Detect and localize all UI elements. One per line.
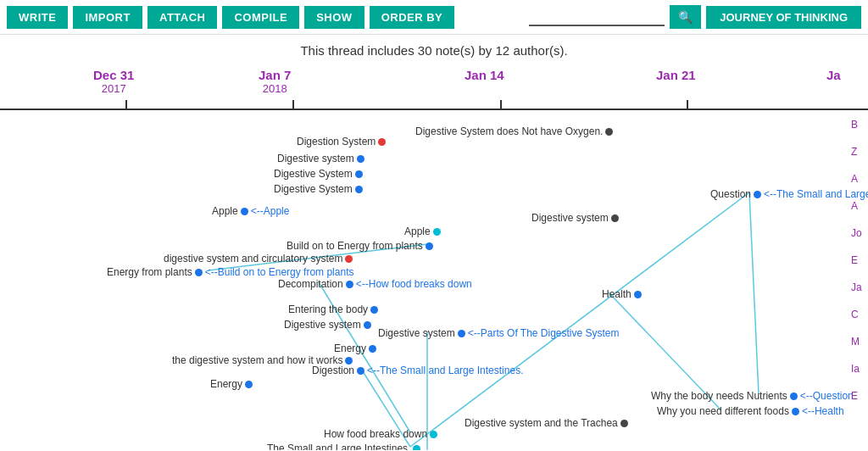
note-text: digestive system and circulatory system (164, 253, 342, 264)
note-link[interactable]: <--Build on to Energy from plants (205, 266, 354, 278)
note-dot (346, 281, 353, 288)
note-dot (433, 228, 441, 236)
note-item: Digestive System does Not have Oxygen. (415, 125, 613, 137)
sidebar-labels: B Z A A Jo E Ja C M Ia E (851, 110, 868, 402)
note-text: Digestive system (284, 319, 361, 331)
note-dot (364, 321, 371, 329)
note-text: Digestive system and the Trachea (465, 417, 618, 429)
note-item: digestive system and circulatory system (164, 253, 353, 264)
note-dot (634, 291, 642, 298)
note-dot (245, 381, 253, 388)
note-text: Digestive system (378, 327, 455, 339)
note-text: Digestive System (274, 168, 353, 180)
note-dot (345, 255, 353, 263)
note-dot (370, 306, 378, 314)
note-item: Digestion<--The Small and Large Intestin… (312, 365, 523, 376)
journey-button[interactable]: JOURNEY OF THINKING (706, 6, 861, 29)
note-dot (357, 155, 364, 163)
note-item: Build on to Energy from plants (287, 240, 433, 252)
note-dot (458, 330, 465, 337)
date-jan21: Jan 21 (656, 68, 696, 82)
note-dot (620, 420, 628, 427)
note-text: Apple (212, 205, 238, 217)
date-jan14: Jan 14 (465, 68, 504, 82)
write-button[interactable]: WRITE (7, 6, 68, 29)
note-dot (754, 191, 761, 198)
note-link[interactable]: <--Question (800, 390, 854, 402)
order-by-button[interactable]: ORDER BY (370, 6, 455, 29)
note-item: Apple<--Apple (212, 205, 289, 217)
note-text: Apple (404, 226, 431, 237)
note-dot (241, 208, 248, 215)
note-item: Digestive system (277, 153, 364, 164)
date-jan7: Jan 7 2018 (259, 68, 291, 95)
note-item: Question<--The Small and Large IB (710, 188, 868, 200)
note-text: Energy (334, 342, 366, 354)
note-dot (605, 128, 613, 136)
note-dot (355, 186, 363, 193)
note-dot (195, 269, 203, 276)
show-button[interactable]: SHOW (304, 6, 364, 29)
note-dot (790, 393, 798, 400)
note-text: Decompitation (278, 278, 343, 290)
note-text: Build on to Energy from plants (287, 240, 423, 252)
note-text: Entering the body (288, 303, 368, 315)
note-link[interactable]: <--Health (802, 405, 844, 417)
note-item: Energy from plants<--Build on to Energy … (107, 266, 353, 278)
note-link[interactable]: <--Parts Of The Digestive System (468, 327, 620, 339)
svg-line-4 (749, 192, 759, 394)
note-dot (430, 431, 437, 438)
note-item: Health (602, 288, 642, 300)
main-area: This thread includes 30 note(s) by 12 au… (0, 35, 868, 450)
note-item: Energy (210, 378, 253, 390)
search-button[interactable]: 🔍 (670, 5, 701, 29)
note-dot (357, 367, 364, 375)
import-button[interactable]: IMPORT (73, 6, 142, 29)
note-text: Health (602, 288, 632, 300)
note-text: Energy from plants (107, 266, 192, 278)
note-item: Digestive system (284, 319, 371, 331)
note-dot (355, 170, 363, 178)
note-text: Why the body needs Nutrients (651, 390, 787, 402)
note-item: The Small and Large Intestines. (267, 443, 420, 450)
note-dot (611, 214, 619, 222)
note-item: Apple (404, 226, 441, 237)
note-link[interactable]: <--How food breaks down (356, 278, 472, 290)
note-dot (345, 357, 353, 365)
date-dec31: Dec 31 2017 (93, 68, 134, 95)
note-item: Digestion System (297, 136, 386, 148)
note-text: Digestion System (297, 136, 376, 148)
compile-button[interactable]: COMPILE (222, 6, 299, 29)
note-item: Decompitation<--How food breaks down (278, 278, 472, 290)
note-link[interactable]: <--The Small and Large Intestines. (367, 365, 523, 376)
note-item: Entering the body (288, 303, 378, 315)
note-link[interactable]: <--Apple (251, 205, 290, 217)
note-item: Energy (334, 342, 376, 354)
note-text: How food breaks down (324, 428, 427, 440)
note-text: Digestive System (274, 183, 353, 195)
date-jan-next: Ja (826, 68, 841, 82)
note-text: Digestive system (277, 153, 354, 164)
note-item: How food breaks down (324, 428, 437, 440)
note-item: Digestive System (274, 168, 363, 180)
note-text: The Small and Large Intestines. (267, 443, 410, 450)
note-dot (378, 138, 386, 146)
note-item: Digestive System (274, 183, 363, 195)
note-item: Digestive system<--Parts Of The Digestiv… (378, 327, 620, 339)
note-dot (792, 408, 799, 415)
note-dot (426, 242, 433, 250)
note-dot (369, 345, 376, 353)
note-text: Energy (210, 378, 242, 390)
attach-button[interactable]: ATTACH (147, 6, 218, 29)
note-text: Digestive System does Not have Oxygen. (415, 125, 603, 137)
note-text: Why you need different foods (657, 405, 789, 417)
note-item: Why you need different foods<--Health (657, 405, 844, 417)
note-item: Digestive system and the Trachea (465, 417, 628, 429)
note-text: Digestive system (531, 212, 609, 224)
toolbar: WRITE IMPORT ATTACH COMPILE SHOW ORDER B… (0, 0, 868, 35)
thread-info: This thread includes 30 note(s) by 12 au… (0, 35, 868, 63)
search-input[interactable] (529, 8, 665, 26)
note-dot (413, 445, 420, 451)
note-text: Digestion (312, 365, 354, 376)
note-item: Digestive system (531, 212, 619, 224)
